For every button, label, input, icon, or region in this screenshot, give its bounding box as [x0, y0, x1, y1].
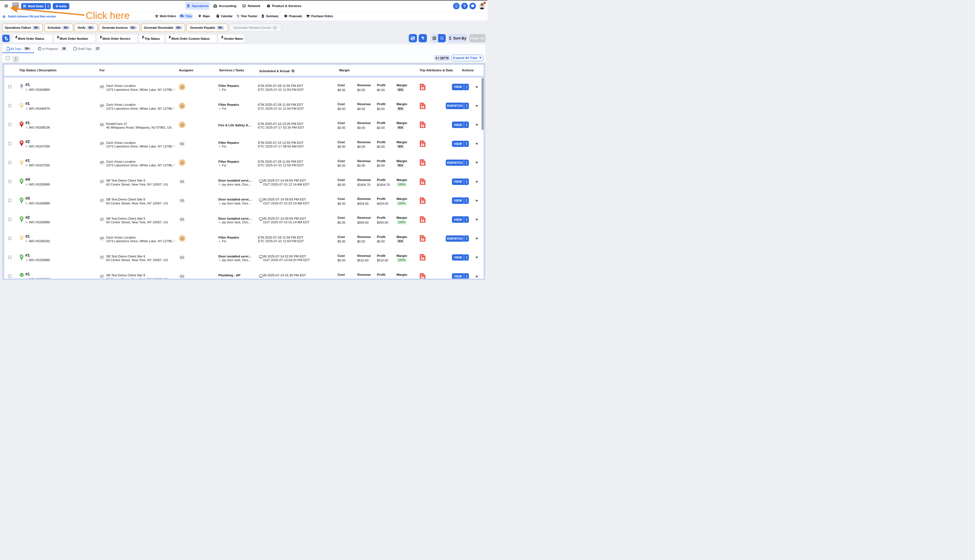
svg-text:$: $ [422, 200, 424, 203]
svg-text:$: $ [422, 124, 424, 127]
svg-text:$: $ [422, 143, 424, 146]
svg-text:$: $ [422, 219, 424, 222]
svg-text:$: $ [422, 162, 424, 165]
svg-text:$: $ [422, 105, 424, 108]
svg-text:$: $ [422, 87, 424, 89]
svg-text:$: $ [422, 181, 424, 184]
svg-text:?: ? [21, 84, 22, 87]
svg-text:$: $ [422, 257, 424, 260]
svg-text:Click here: Click here [86, 10, 130, 21]
svg-text:$: $ [422, 238, 424, 241]
svg-text:$: $ [422, 276, 424, 278]
